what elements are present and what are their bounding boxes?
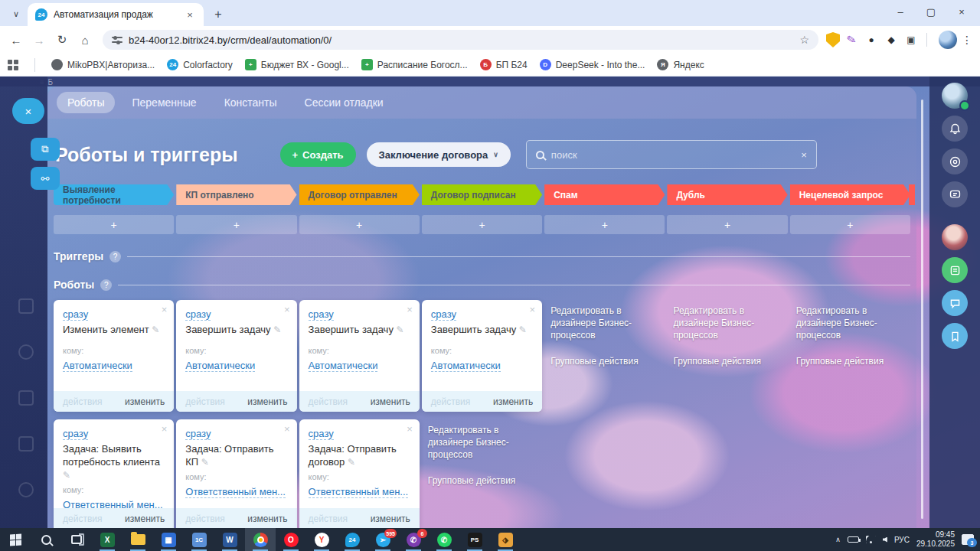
edit-link[interactable]: изменить — [371, 396, 410, 407]
volume-icon[interactable] — [883, 537, 887, 543]
delete-robot-icon[interactable]: × — [407, 306, 413, 314]
chat-contact-avatar[interactable] — [942, 224, 968, 250]
taskbar-bitrix24[interactable]: 24 — [337, 528, 368, 551]
delete-robot-icon[interactable]: × — [530, 306, 536, 314]
add-robot-button[interactable]: + — [299, 215, 420, 234]
group-actions-link[interactable]: Групповые действия — [428, 474, 539, 487]
messenger-icon[interactable] — [942, 290, 968, 316]
browser-tab[interactable]: 24 Автоматизация продаж × — [28, 3, 204, 26]
robot-card[interactable]: сразу × Задача: Отправить КП ✎ кому: Отв… — [176, 419, 296, 528]
taskbar-viber[interactable]: ✆6 — [398, 528, 429, 551]
notification-center-icon[interactable]: 3 — [962, 534, 974, 545]
sites-icon[interactable] — [18, 482, 34, 497]
help-icon[interactable]: ? — [109, 251, 121, 262]
vertical-scrollbar[interactable] — [921, 99, 923, 519]
stage-contract-signed[interactable]: Договор подписан — [422, 184, 542, 205]
stage-kp-sent[interactable]: КП отправлено — [176, 184, 296, 205]
robot-when-link[interactable]: сразу — [431, 308, 456, 321]
taskbar-excel[interactable]: X — [92, 528, 122, 551]
forward-button[interactable]: → — [29, 30, 49, 50]
robot-when-link[interactable]: сразу — [185, 428, 211, 440]
robot-card[interactable]: сразу × Завершить задачу ✎ кому: Автомат… — [299, 300, 420, 412]
edit-pencil-icon[interactable]: ✎ — [63, 470, 70, 481]
clock[interactable]: 09:4529.10.2025 — [916, 530, 955, 549]
robot-card[interactable]: сразу × Завершить задачу ✎ кому: Автомат… — [422, 300, 542, 412]
taskbar-calculator[interactable]: ▦ — [153, 528, 184, 551]
url-text[interactable]: b24-40or12.bitrix24.by/crm/deal/automati… — [129, 34, 332, 46]
bookmark-deepseek[interactable]: DDeepSeek - Into the... — [540, 59, 645, 70]
tab-constants[interactable]: Константы — [214, 92, 288, 113]
help-icon[interactable]: ? — [100, 279, 112, 291]
taskbar-phpstorm[interactable]: PS — [459, 528, 490, 551]
bookmark-colorfactory[interactable]: 24Colorfactory — [167, 59, 233, 70]
edit-link[interactable]: изменить — [125, 396, 165, 407]
funnel-selector[interactable]: Заключение договора∨ — [367, 142, 511, 167]
stage-need-identification[interactable]: Выявление потребности — [54, 184, 174, 205]
group-actions-link[interactable]: Групповые действия — [796, 355, 907, 367]
actions-link[interactable]: действия — [63, 396, 102, 407]
edit-in-designer-link[interactable]: Редактировать в дизайнере Бизнес-процесс… — [796, 305, 907, 341]
user-avatar[interactable] — [942, 83, 968, 109]
tab-variables[interactable]: Переменные — [121, 92, 207, 113]
assignee-link[interactable]: Автоматически — [63, 360, 132, 372]
notifications-bell-icon[interactable] — [942, 116, 968, 142]
bookmark-icon[interactable] — [942, 323, 968, 349]
add-robot-button[interactable]: + — [544, 215, 665, 234]
wifi-icon[interactable] — [866, 536, 876, 543]
group-actions-link[interactable]: Групповые действия — [673, 355, 784, 367]
edit-pencil-icon[interactable]: ✎ — [397, 324, 404, 335]
taskbar-word[interactable]: W — [214, 528, 245, 551]
edit-in-designer-link[interactable]: Редактировать в дизайнере Бизнес-процесс… — [428, 424, 539, 461]
edit-link[interactable]: изменить — [247, 396, 287, 407]
add-robot-button[interactable]: + — [790, 215, 910, 234]
task-view-button[interactable] — [61, 528, 92, 551]
stage-duplicate[interactable]: Дубль — [667, 184, 787, 205]
robot-when-link[interactable]: сразу — [185, 308, 211, 321]
taskbar-messenger[interactable]: ➣595 — [368, 528, 398, 551]
bug-extension-icon[interactable]: ● — [863, 31, 880, 48]
news-feed-icon[interactable] — [942, 257, 968, 283]
delete-robot-icon[interactable]: × — [162, 425, 168, 433]
taskbar-yandex[interactable]: Y — [306, 528, 337, 551]
slider-close-button[interactable]: × — [12, 98, 44, 124]
taskbar-editor[interactable]: ⬗ — [490, 528, 521, 551]
sync-chat-icon[interactable] — [942, 181, 968, 207]
tray-expand-icon[interactable]: ∧ — [835, 536, 841, 543]
delete-robot-icon[interactable]: × — [284, 425, 290, 433]
back-button[interactable]: ← — [6, 30, 26, 50]
actions-link[interactable]: действия — [309, 396, 348, 407]
taskbar-opera[interactable]: O — [276, 528, 306, 551]
search-clear-icon[interactable]: × — [801, 149, 807, 161]
robot-when-link[interactable]: сразу — [309, 428, 334, 440]
site-settings-icon[interactable] — [112, 35, 122, 44]
assignee-link[interactable]: Автоматически — [309, 360, 378, 372]
close-window-button[interactable]: × — [946, 0, 977, 23]
actions-link[interactable]: действия — [309, 514, 348, 524]
group-actions-link[interactable]: Групповые действия — [550, 355, 662, 367]
battery-icon[interactable] — [848, 536, 859, 543]
shop-icon[interactable] — [18, 390, 34, 406]
add-robot-button[interactable]: + — [667, 215, 787, 234]
robot-card[interactable]: сразу × Задача: Выявить потребность клие… — [54, 419, 174, 528]
stage-spam[interactable]: Спам — [544, 184, 665, 205]
crm-icon[interactable] — [18, 298, 34, 314]
tab-robots[interactable]: Роботы — [57, 92, 115, 113]
tab-close-icon[interactable]: × — [184, 9, 196, 21]
bookmark-budget[interactable]: +Бюджет ВХ - Googl... — [245, 59, 349, 70]
assignee-link[interactable]: Автоматически — [185, 360, 255, 372]
taskbar-search-button[interactable] — [31, 528, 61, 551]
stage-contract-sent[interactable]: Договор отправлен — [299, 184, 420, 205]
delete-robot-icon[interactable]: × — [162, 306, 168, 314]
edit-link[interactable]: изменить — [125, 514, 165, 524]
edit-pencil-icon[interactable]: ✎ — [519, 324, 527, 335]
assignee-link[interactable]: Ответственный мен... — [309, 486, 409, 498]
actions-link[interactable]: действия — [431, 396, 470, 407]
open-in-new-window-button[interactable]: ⧉ — [31, 138, 60, 161]
search-input[interactable] — [551, 149, 794, 161]
tab-search-icon[interactable]: ∨ — [6, 5, 26, 23]
actions-link[interactable]: действия — [63, 514, 102, 524]
bookmark-bp-b24[interactable]: ББП Б24 — [480, 59, 528, 70]
marketing-icon[interactable] — [18, 344, 34, 360]
start-button[interactable] — [0, 528, 31, 551]
reload-button[interactable]: ↻ — [52, 30, 72, 50]
